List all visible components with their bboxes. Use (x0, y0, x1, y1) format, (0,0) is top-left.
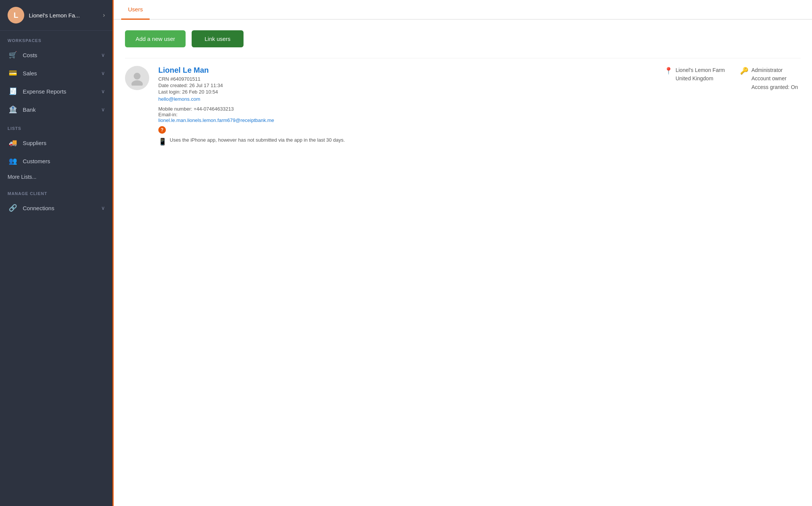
user-avatar (125, 66, 149, 90)
sidebar: L Lionel's Lemon Fa... › WORKSPACES 🛒 Co… (0, 0, 114, 506)
sidebar-item-suppliers-label: Suppliers (23, 140, 105, 146)
user-email-link[interactable]: hello@lemons.com (158, 96, 200, 102)
user-name: Lionel Le Man (158, 66, 649, 75)
sidebar-item-sales-label: Sales (23, 70, 101, 77)
location-line1: Lionel's Lemon Farm (676, 66, 725, 74)
connections-icon: 🔗 (8, 204, 18, 212)
user-crn: CRN #6409701511 (158, 76, 649, 82)
sidebar-item-expense-reports-label: Expense Reports (23, 88, 101, 95)
tabs-bar: Users (114, 0, 812, 20)
sidebar-item-costs-label: Costs (23, 52, 101, 58)
role-line1: Administrator (751, 66, 798, 74)
expense-reports-chevron-icon: ∨ (101, 88, 105, 94)
suppliers-icon: 🚚 (8, 139, 18, 147)
sidebar-header[interactable]: L Lionel's Lemon Fa... › (0, 0, 112, 31)
avatar: L (8, 7, 24, 23)
user-emailin-link[interactable]: lionel.le.man.lionels.lemon.farm679@rece… (158, 117, 649, 123)
role-line2: Account owner (751, 74, 798, 83)
expense-reports-icon: 🧾 (8, 87, 18, 95)
user-date-created: Date created: 26 Jul 17 11:34 (158, 83, 649, 88)
svg-point-0 (134, 73, 141, 80)
sidebar-item-customers-label: Customers (23, 158, 105, 164)
user-card: Lionel Le Man CRN #6409701511 Date creat… (125, 58, 801, 153)
bank-chevron-icon: ∨ (101, 106, 105, 112)
sidebar-item-connections[interactable]: 🔗 Connections ∨ (0, 199, 112, 217)
access-line: Access granted: On (751, 83, 798, 91)
location-row: 📍 Lionel's Lemon Farm United Kingdom (664, 66, 725, 83)
sidebar-item-costs[interactable]: 🛒 Costs ∨ (0, 46, 112, 64)
access-row: 🔑 Administrator Account owner Access gra… (740, 66, 801, 91)
user-location: 📍 Lionel's Lemon Farm United Kingdom (649, 66, 725, 83)
content-area: Add a new user Link users Lionel Le Man … (114, 20, 812, 506)
user-mobile: Mobile number: +44-07464633213 (158, 106, 649, 112)
sidebar-item-sales[interactable]: 💳 Sales ∨ (0, 64, 112, 82)
add-new-user-button[interactable]: Add a new user (125, 30, 186, 47)
help-icon[interactable]: ? (158, 126, 166, 134)
sidebar-item-bank[interactable]: 🏦 Bank ∨ (0, 100, 112, 119)
user-info: Lionel Le Man CRN #6409701511 Date creat… (158, 66, 649, 146)
user-last-login: Last login: 26 Feb 20 10:54 (158, 89, 649, 95)
user-access: 🔑 Administrator Account owner Access gra… (725, 66, 801, 91)
link-users-button[interactable]: Link users (192, 30, 243, 47)
tab-users[interactable]: Users (121, 0, 150, 20)
location-pin-icon: 📍 (664, 67, 673, 75)
sales-icon: 💳 (8, 69, 18, 77)
sidebar-item-customers[interactable]: 👥 Customers (0, 152, 112, 170)
iphone-info: 📱 Uses the iPhone app, however has not s… (158, 137, 649, 146)
sales-chevron-icon: ∨ (101, 70, 105, 76)
sidebar-item-bank-label: Bank (23, 106, 101, 113)
connections-chevron-icon: ∨ (101, 205, 105, 211)
sidebar-item-expense-reports[interactable]: 🧾 Expense Reports ∨ (0, 82, 112, 100)
sidebar-item-connections-label: Connections (23, 205, 101, 211)
phone-icon: 📱 (158, 137, 167, 146)
costs-icon: 🛒 (8, 51, 18, 59)
svg-point-1 (131, 80, 143, 86)
sidebar-item-suppliers[interactable]: 🚚 Suppliers (0, 134, 112, 152)
main-content: Users Add a new user Link users Lionel L… (114, 0, 812, 506)
lists-section-label: LISTS (0, 119, 112, 134)
action-buttons: Add a new user Link users (125, 30, 801, 47)
key-icon: 🔑 (740, 67, 748, 75)
more-lists-button[interactable]: More Lists... (0, 170, 112, 184)
costs-chevron-icon: ∨ (101, 52, 105, 58)
bank-icon: 🏦 (8, 105, 18, 114)
customers-icon: 👥 (8, 157, 18, 165)
chevron-right-icon: › (103, 12, 105, 19)
location-line2: United Kingdom (676, 74, 725, 83)
iphone-note-text: Uses the iPhone app, however has not sub… (170, 137, 345, 144)
workspaces-section-label: WORKSPACES (0, 31, 112, 46)
manage-client-section-label: MANAGE CLIENT (0, 184, 112, 199)
company-name: Lionel's Lemon Fa... (29, 12, 103, 19)
user-emailin-label: Email-in: (158, 112, 649, 117)
